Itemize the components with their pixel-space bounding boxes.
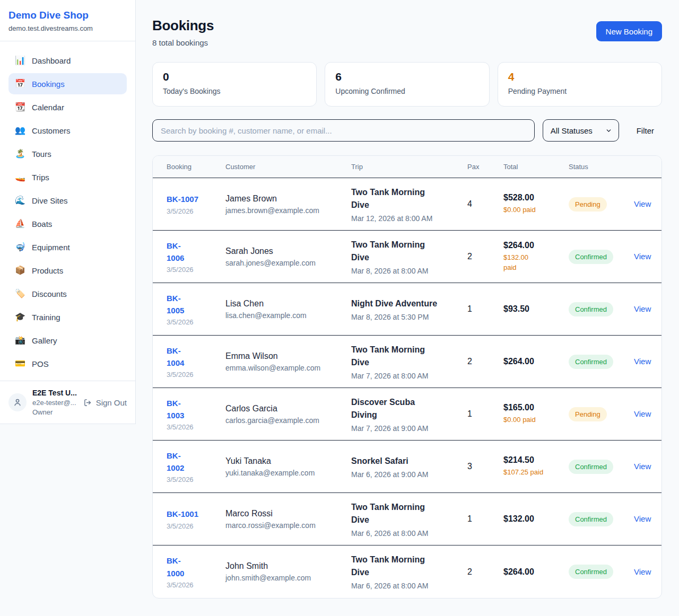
filter-button[interactable]: Filter <box>629 126 662 135</box>
user-section: E2E Test U... e2e-tester@... Owner Sign … <box>0 381 135 424</box>
sidebar-item-pos[interactable]: 💳 POS <box>8 353 127 374</box>
pax-value: 1 <box>467 409 497 419</box>
sailboat-icon: ⛵ <box>15 219 25 228</box>
view-link[interactable]: View <box>634 357 651 366</box>
status-badge: Confirmed <box>569 565 613 579</box>
trip-cell: Two Tank Morning Dive Mar 8, 2026 at 8:0… <box>351 239 460 275</box>
status-select[interactable]: All Statuses <box>543 119 619 142</box>
column-header-booking: Booking <box>167 163 219 171</box>
booking-id-link[interactable]: BK- 1003 <box>167 397 219 422</box>
actions-cell: View <box>634 199 653 209</box>
view-link[interactable]: View <box>634 409 651 418</box>
avatar <box>8 393 27 411</box>
booking-cell: BK- 1006 3/5/2026 <box>167 240 219 274</box>
sidebar-item-discounts[interactable]: 🏷️ Discounts <box>8 283 127 304</box>
total-cell: $264.00 $132.00 paid <box>503 241 562 273</box>
new-booking-button[interactable]: New Booking <box>596 21 662 41</box>
person-icon <box>13 398 22 407</box>
actions-cell: View <box>634 462 653 471</box>
total-cell: $264.00 <box>503 567 562 577</box>
customer-name: Lisa Chen <box>225 299 344 309</box>
calendar-icon: 📅 <box>15 80 25 88</box>
sidebar-item-trips[interactable]: 🚤 Trips <box>8 166 127 188</box>
user-email: e2e-tester@... <box>32 399 77 407</box>
trip-name: Two Tank Morning Dive <box>351 186 460 212</box>
sign-out-button[interactable]: Sign Out <box>83 398 127 407</box>
sidebar-item-boats[interactable]: ⛵ Boats <box>8 213 127 234</box>
customer-email: emma.wilson@example.com <box>225 364 344 372</box>
trip-cell: Two Tank Morning Dive Mar 6, 2026 at 8:0… <box>351 553 460 590</box>
status-badge: Confirmed <box>569 302 613 316</box>
status-cell: Confirmed <box>569 565 627 579</box>
view-link[interactable]: View <box>634 514 651 523</box>
customer-email: lisa.chen@example.com <box>225 311 344 320</box>
sidebar-item-gallery[interactable]: 📸 Gallery <box>8 330 127 351</box>
booking-id-link[interactable]: BK-1001 <box>167 508 219 520</box>
status-cell: Confirmed <box>569 512 627 526</box>
customer-email: carlos.garcia@example.com <box>225 416 344 425</box>
stat-card-pending-payment: 4 Pending Payment <box>498 62 662 107</box>
booking-id-link[interactable]: BK-1007 <box>167 193 219 205</box>
trip-name: Two Tank Morning Dive <box>351 501 460 526</box>
brand-block: Demo Dive Shop demo.test.divestreams.com <box>0 0 135 41</box>
sidebar-item-tours[interactable]: 🏝️ Tours <box>8 143 127 164</box>
bar-chart-icon: 📊 <box>15 56 25 65</box>
view-link[interactable]: View <box>634 462 651 471</box>
booking-id-link[interactable]: BK- 1000 <box>167 555 219 579</box>
sidebar-item-training[interactable]: 🎓 Training <box>8 306 127 328</box>
total-cell: $528.00 $0.00 paid <box>503 193 562 215</box>
sidebar-item-products[interactable]: 📦 Products <box>8 260 127 281</box>
table-body: BK-1007 3/5/2026 James Brown james.brown… <box>153 178 661 598</box>
sidebar-item-customers[interactable]: 👥 Customers <box>8 120 127 141</box>
view-link[interactable]: View <box>634 304 651 313</box>
stat-value: 4 <box>508 71 651 83</box>
total-amount: $132.00 <box>503 514 562 524</box>
booking-id-link[interactable]: BK- 1002 <box>167 450 219 474</box>
booking-date: 3/5/2026 <box>167 207 219 215</box>
booking-date: 3/5/2026 <box>167 522 219 530</box>
customer-name: Marco Rossi <box>225 509 344 518</box>
trip-cell: Snorkel Safari Mar 6, 2026 at 9:00 AM <box>351 455 460 479</box>
stat-cards: 0 Today's Bookings 6 Upcoming Confirmed … <box>152 62 662 107</box>
view-link[interactable]: View <box>634 199 651 208</box>
booking-cell: BK- 1004 3/5/2026 <box>167 345 219 379</box>
table-row: BK- 1006 3/5/2026 Sarah Jones sarah.jone… <box>153 231 661 283</box>
customer-name: Yuki Tanaka <box>225 456 344 466</box>
sidebar-item-dashboard[interactable]: 📊 Dashboard <box>8 50 127 71</box>
booking-cell: BK- 1003 3/5/2026 <box>167 397 219 432</box>
status-cell: Confirmed <box>569 250 627 264</box>
brand-domain: demo.test.divestreams.com <box>8 24 127 32</box>
trip-datetime: Mar 6, 2026 at 8:00 AM <box>351 529 460 538</box>
actions-cell: View <box>634 409 653 419</box>
trip-cell: Discover Scuba Diving Mar 7, 2026 at 9:0… <box>351 396 460 433</box>
page-header-text: Bookings 8 total bookings <box>152 17 214 47</box>
package-icon: 📦 <box>15 266 25 275</box>
customer-cell: Marco Rossi marco.rossi@example.com <box>225 509 344 530</box>
view-link[interactable]: View <box>634 252 651 261</box>
stat-label: Pending Payment <box>508 87 651 95</box>
trip-datetime: Mar 6, 2026 at 9:00 AM <box>351 470 460 479</box>
sidebar-item-dive-sites[interactable]: 🌊 Dive Sites <box>8 190 127 211</box>
actions-cell: View <box>634 252 653 261</box>
booking-id-link[interactable]: BK- 1005 <box>167 292 219 317</box>
sidebar-item-bookings[interactable]: 📅 Bookings <box>8 73 127 94</box>
graduation-cap-icon: 🎓 <box>15 313 25 321</box>
table-row: BK-1007 3/5/2026 James Brown james.brown… <box>153 178 661 231</box>
trip-cell: Two Tank Morning Dive Mar 6, 2026 at 8:0… <box>351 501 460 538</box>
status-cell: Confirmed <box>569 355 627 369</box>
status-cell: Confirmed <box>569 460 627 474</box>
view-link[interactable]: View <box>634 567 651 576</box>
table-row: BK- 1004 3/5/2026 Emma Wilson emma.wilso… <box>153 336 661 388</box>
sidebar-item-calendar[interactable]: 📆 Calendar <box>8 96 127 118</box>
user-role: Owner <box>32 408 77 416</box>
search-input[interactable] <box>152 119 535 142</box>
booking-cell: BK-1007 3/5/2026 <box>167 193 219 215</box>
total-cell: $165.00 $0.00 paid <box>503 403 562 425</box>
sidebar-item-equipment[interactable]: 🤿 Equipment <box>8 236 127 258</box>
customer-name: Sarah Jones <box>225 247 344 256</box>
booking-id-link[interactable]: BK- 1006 <box>167 240 219 265</box>
pax-value: 2 <box>467 252 497 261</box>
amount-paid: $107.25 paid <box>503 467 562 478</box>
column-header-total: Total <box>503 163 562 171</box>
booking-id-link[interactable]: BK- 1004 <box>167 345 219 369</box>
